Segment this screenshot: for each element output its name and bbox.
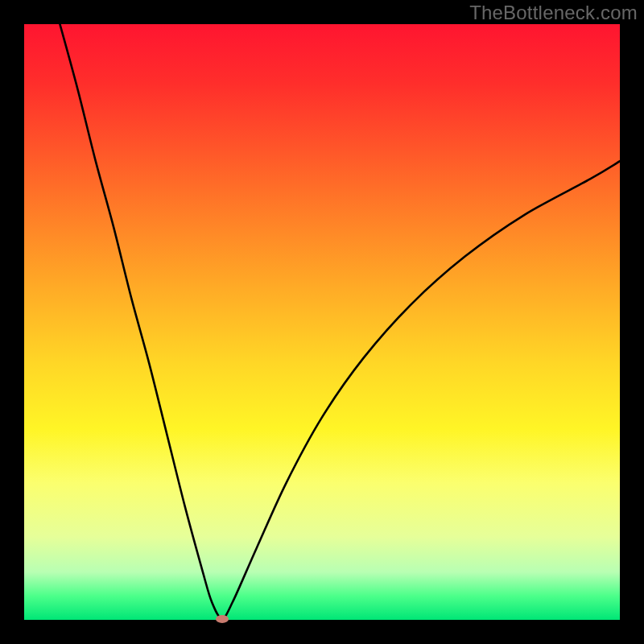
watermark-text: TheBottleneck.com bbox=[469, 2, 638, 24]
minimum-marker bbox=[216, 615, 229, 623]
chart-plot-area bbox=[24, 24, 620, 620]
curve-path bbox=[60, 24, 620, 619]
bottleneck-curve bbox=[24, 24, 620, 620]
